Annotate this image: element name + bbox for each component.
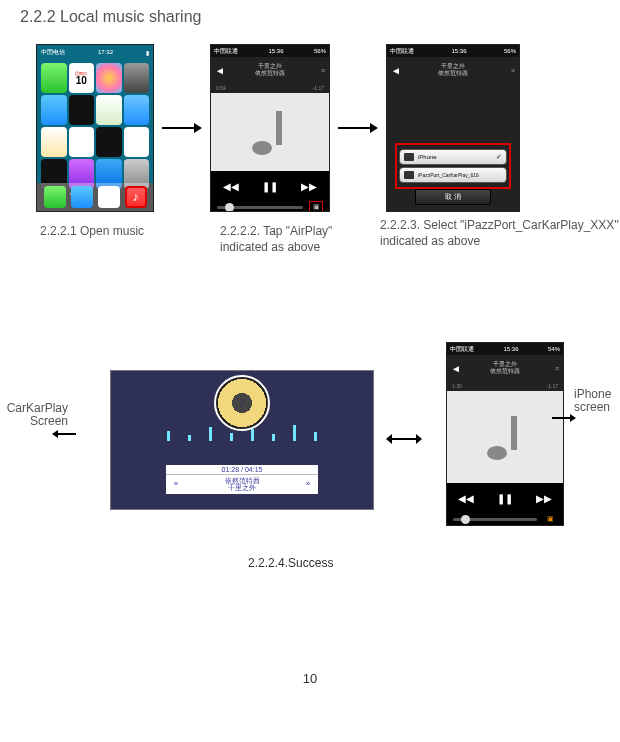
- time-elapsed: 1:30: [452, 383, 462, 389]
- music-title: 千里之外 依然范特西: [490, 361, 520, 374]
- time-remaining: -1:17: [547, 383, 558, 389]
- time-row: 1:30 -1:17: [447, 381, 563, 391]
- page-number: 10: [303, 671, 317, 686]
- app-videos-icon: Videos: [124, 95, 150, 125]
- status-battery: 56%: [314, 48, 326, 54]
- music-header: ◄ 千里之外 依然范特西 ≡: [387, 57, 519, 83]
- next-icon: ▶▶: [301, 181, 317, 192]
- status-battery: 56%: [504, 48, 516, 54]
- double-arrow-icon: [386, 434, 422, 444]
- status-bar: 中国联通 15:36 56%: [211, 45, 329, 57]
- music-player-screenshot: 中国联通 15:36 56% ◄ 千里之外 依然范特西 ≡ 0:04 -1:17…: [210, 44, 330, 212]
- dock-music-icon: ♪: [125, 186, 147, 208]
- arrow-right-icon: [162, 123, 202, 133]
- caption-step-3: 2.2.2.3. Select "iPazzPort_CarKarPlay_XX…: [380, 218, 620, 249]
- status-battery-icon: ▮: [146, 49, 149, 56]
- prev-icon: ◀◀: [223, 181, 239, 192]
- music-title: 千里之外 依然范特西: [255, 63, 285, 76]
- app-reminders-icon: Reminders: [69, 127, 95, 157]
- dock-phone-icon: [44, 186, 66, 208]
- pause-icon: ❚❚: [262, 181, 278, 192]
- status-carrier: 中国联通: [450, 345, 474, 354]
- album-art-placeholder: [211, 93, 329, 171]
- volume-slider-row: ▣: [211, 201, 329, 212]
- slider-thumb: [225, 203, 234, 212]
- dock-safari-icon: [98, 186, 120, 208]
- list-icon: ≡: [555, 365, 559, 372]
- display-icon: [404, 171, 414, 179]
- arrow-right-icon: [552, 414, 576, 422]
- status-carrier: 中国联通: [390, 47, 414, 56]
- car-prev-icon: «: [170, 480, 182, 489]
- status-carrier: 中国电信: [41, 48, 65, 57]
- phone-icon: [404, 153, 414, 161]
- music-title: 千里之外 依然范特西: [438, 63, 468, 76]
- airplay-device-ipazzport: iPazzPort_CarKarPlay_616: [399, 167, 507, 183]
- status-battery: 54%: [548, 346, 560, 352]
- pause-icon: ❚❚: [497, 493, 513, 504]
- back-icon: ◄: [451, 363, 461, 374]
- car-song-row: « 依然范特西 千里之外 »: [166, 475, 318, 494]
- music-player-success-screenshot: 中国联通 15:36 54% ◄ 千里之外 依然范特西 ≡ 1:30 -1:17…: [446, 342, 564, 526]
- device-label: iPazzPort_CarKarPlay_616: [418, 172, 479, 178]
- time-remaining: -1:17: [313, 85, 324, 91]
- caption-step-1: 2.2.2.1 Open music: [40, 224, 144, 240]
- caption-step-2: 2.2.2.2. Tap "AirPlay" indicated as abov…: [220, 224, 380, 255]
- status-bar: 中国联通 15:36 54%: [447, 343, 563, 355]
- carkarplay-screenshot: 01:28 / 04:15 « 依然范特西 千里之外 »: [110, 370, 374, 510]
- time-row: 0:04 -1:17: [211, 83, 329, 93]
- cancel-button: 取 消: [415, 189, 491, 205]
- dock: ♪: [37, 183, 153, 211]
- back-icon: ◄: [215, 65, 225, 76]
- time-elapsed: 0:04: [216, 85, 226, 91]
- airplay-device-iphone: iPhone ✓: [399, 149, 507, 165]
- volume-slider: [217, 206, 303, 209]
- app-notes-icon: Notes: [41, 127, 67, 157]
- iphone-home-screenshot: 中国电信 17:32 ▮ Messages 星期日 10 Calendar Ph…: [36, 44, 154, 212]
- app-stocks-icon: Stocks: [96, 127, 122, 157]
- app-photos-icon: Photos: [96, 63, 122, 93]
- car-info-panel: 01:28 / 04:15 « 依然范特西 千里之外 »: [165, 464, 319, 495]
- airplay-icon-active: ▣: [543, 513, 557, 525]
- app-camera-icon: Camera: [124, 63, 150, 93]
- disc-icon: [214, 375, 270, 431]
- status-time: 15:36: [268, 48, 283, 54]
- airplay-device-panel: iPhone ✓ iPazzPort_CarKarPlay_616: [395, 143, 511, 189]
- label-carkarplay-screen: CarKarPlay Screen: [0, 402, 68, 428]
- next-icon: ▶▶: [536, 493, 552, 504]
- slider-thumb: [461, 515, 470, 524]
- label-iphone-screen: iPhone screen: [574, 388, 620, 414]
- arrow-left-icon: [52, 430, 76, 438]
- music-note-icon: [250, 107, 290, 157]
- music-controls: ◀◀ ❚❚ ▶▶: [211, 171, 329, 201]
- device-label: iPhone: [418, 154, 437, 160]
- app-weather-icon: Weather: [41, 95, 67, 125]
- status-time: 15:36: [451, 48, 466, 54]
- app-maps-icon: Maps: [96, 95, 122, 125]
- volume-slider: [453, 518, 537, 521]
- status-time: 17:32: [98, 49, 113, 55]
- airplay-select-screenshot: 中国联通 15:36 56% ◄ 千里之外 依然范特西 ≡ iPhone ✓ i…: [386, 44, 520, 212]
- airplay-icon: ▣: [309, 201, 323, 212]
- music-controls: ◀◀ ❚❚ ▶▶: [447, 483, 563, 513]
- status-bar: 中国电信 17:32 ▮: [37, 45, 153, 59]
- app-gamecenter-icon: Game Center: [124, 127, 150, 157]
- music-note-icon: [485, 412, 525, 462]
- car-next-icon: »: [302, 480, 314, 489]
- music-header: ◄ 千里之外 依然范特西 ≡: [211, 57, 329, 83]
- app-clock-icon: Clock: [69, 95, 95, 125]
- car-time: 01:28 / 04:15: [166, 465, 318, 475]
- caption-step-4: 2.2.2.4.Success: [248, 556, 333, 570]
- music-header: ◄ 千里之外 依然范特西 ≡: [447, 355, 563, 381]
- album-art-placeholder: [447, 391, 563, 483]
- car-song-meta: 依然范特西 千里之外: [182, 477, 302, 492]
- dock-mail-icon: [71, 186, 93, 208]
- status-bar: 中国联通 15:36 56%: [387, 45, 519, 57]
- list-icon: ≡: [511, 67, 515, 74]
- list-icon: ≡: [321, 67, 325, 74]
- prev-icon: ◀◀: [458, 493, 474, 504]
- app-messages-icon: Messages: [41, 63, 67, 93]
- status-time: 15:36: [503, 346, 518, 352]
- step-row-1: 中国电信 17:32 ▮ Messages 星期日 10 Calendar Ph…: [36, 44, 520, 212]
- back-icon: ◄: [391, 65, 401, 76]
